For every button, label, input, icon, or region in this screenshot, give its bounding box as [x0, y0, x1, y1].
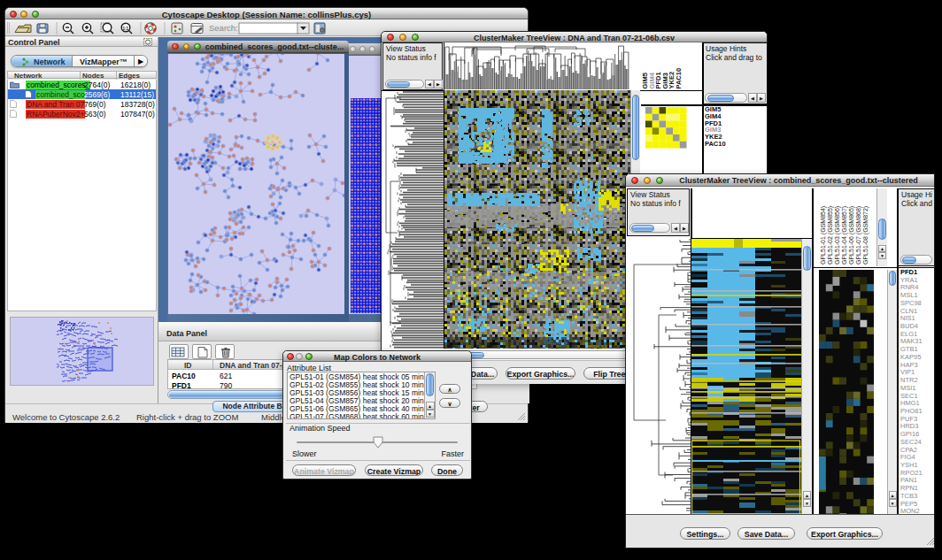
svg-text:GPL51-06 (GSM865): GPL51-06 (GSM865)	[848, 206, 855, 265]
svg-text:GPL51-04 (GSM857): GPL51-04 (GSM857)	[841, 206, 848, 265]
svg-text:PAC10: PAC10	[675, 68, 683, 89]
svg-text:Search:: Search:	[209, 23, 238, 33]
svg-text:GPL51-01 (GSM854): GPL51-01 (GSM854)	[820, 206, 827, 265]
svg-text:GPL51-02 (GSM855): GPL51-02 (GSM855)	[827, 206, 834, 265]
svg-text:GPL51-08 (GSM872): GPL51-08 (GSM872)	[862, 206, 869, 265]
svg-text:1:1: 1:1	[123, 27, 129, 31]
svg-text:GPL51-07 (GSM868): GPL51-07 (GSM868)	[855, 206, 862, 265]
svg-text:GPL51-03 (GSM856): GPL51-03 (GSM856)	[834, 206, 841, 265]
